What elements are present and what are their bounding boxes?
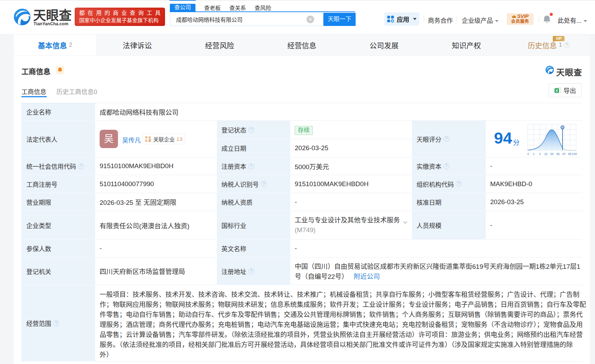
svg-text:50: 50 — [550, 152, 554, 156]
svg-text:企: 企 — [148, 138, 151, 142]
svg-text:100: 100 — [572, 152, 577, 156]
svg-text:1: 1 — [533, 152, 535, 156]
svg-text:0: 0 — [528, 152, 529, 156]
svg-text:3: 3 — [539, 152, 541, 156]
svg-text:99: 99 — [568, 152, 571, 156]
svg-text:85: 85 — [556, 152, 560, 156]
svg-text:15: 15 — [544, 152, 548, 156]
svg-text:97: 97 — [562, 152, 566, 156]
